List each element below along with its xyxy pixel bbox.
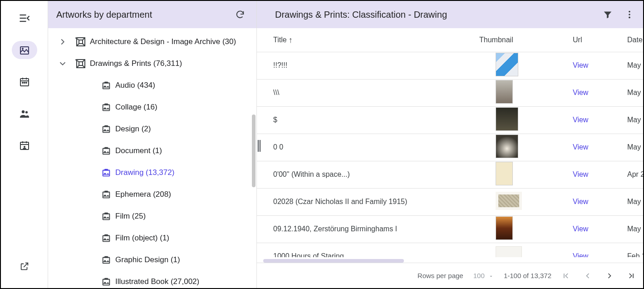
column-header-title[interactable]: Title↑ [257, 28, 479, 52]
date-contact-icon[interactable] [12, 136, 37, 154]
svg-rect-40 [103, 279, 110, 285]
main-header: Drawings & Prints: Classification - Draw… [257, 1, 643, 28]
table-row[interactable]: 02028 (Czar Nicholas II and Family 1915)… [257, 188, 643, 215]
view-link[interactable]: View [573, 143, 588, 151]
cell-title: 0 0 [257, 134, 479, 161]
tree-node[interactable]: Film (25) [48, 205, 256, 227]
tree-node-label: Drawings & Prints (76,311) [90, 59, 182, 68]
tree-node[interactable]: Document (1) [48, 140, 256, 162]
cell-date: May [611, 79, 643, 106]
cell-thumbnail [479, 188, 556, 215]
menu-collapse-icon[interactable] [12, 9, 37, 27]
people-icon[interactable] [12, 105, 37, 123]
calendar-icon[interactable] [12, 73, 37, 91]
table-row[interactable]: 0 0 View May [257, 134, 643, 161]
classification-icon [97, 277, 115, 287]
svg-point-4 [22, 48, 23, 49]
panel-resize-handle[interactable] [255, 136, 263, 155]
first-page-button[interactable] [561, 271, 570, 280]
data-table: Title↑ Thumbnail Url Date !!?!!! View Ma… [257, 28, 643, 257]
svg-rect-20 [79, 40, 83, 44]
tree-node[interactable]: Ephemera (208) [48, 184, 256, 205]
column-header-date[interactable]: Date [611, 28, 643, 52]
chevron-down-icon[interactable] [54, 59, 72, 69]
last-page-button[interactable] [627, 271, 636, 280]
table-row[interactable]: !!?!!! View May [257, 52, 643, 79]
tree-node[interactable]: Illustrated Book (27,002) [48, 271, 256, 288]
svg-point-45 [629, 17, 630, 19]
table-row[interactable]: \\\ View May [257, 79, 643, 106]
cell-title: $ [257, 106, 479, 134]
cell-url: View [556, 52, 611, 79]
open-external-icon[interactable] [12, 257, 37, 275]
tree-node[interactable]: Film (object) (1) [48, 227, 256, 249]
svg-point-44 [629, 14, 630, 15]
table-row[interactable]: 1000 Hours of Staring View Feb 1 [257, 243, 643, 257]
horizontal-scrollbar-thumb[interactable] [263, 259, 404, 263]
horizontal-scrollbar[interactable] [263, 259, 643, 263]
column-header-url[interactable]: Url [556, 28, 611, 52]
svg-rect-33 [103, 127, 110, 133]
svg-rect-38 [103, 236, 110, 242]
cell-thumbnail [479, 215, 556, 243]
view-link[interactable]: View [573, 252, 588, 257]
view-link[interactable]: View [573, 89, 588, 96]
tree-node[interactable]: Audio (434) [48, 75, 256, 96]
classification-icon [97, 102, 115, 112]
view-link[interactable]: View [573, 116, 588, 124]
tree-panel: Artworks by department Architecture & De… [48, 1, 257, 288]
refresh-button[interactable] [231, 5, 249, 24]
tree-node[interactable]: Drawings & Prints (76,311) [48, 53, 256, 75]
tree-node[interactable]: Graphic Design (1) [48, 249, 256, 271]
column-header-title-label: Title [273, 36, 287, 44]
table-row[interactable]: $ View May [257, 106, 643, 134]
tree-node[interactable]: Collage (16) [48, 96, 256, 118]
cell-thumbnail [479, 79, 556, 106]
svg-rect-35 [103, 170, 110, 176]
svg-rect-32 [103, 105, 110, 111]
next-page-button[interactable] [605, 271, 614, 280]
more-menu-button[interactable] [620, 5, 639, 24]
view-link[interactable]: View [573, 61, 588, 69]
tree-node[interactable]: Design (2) [48, 118, 256, 140]
rows-per-page-select[interactable]: 100 [473, 272, 494, 279]
table-row[interactable]: 0'00" (Within a space...) View Apr 2 [257, 161, 643, 188]
classification-icon [97, 80, 115, 90]
tree-title: Artworks by department [56, 10, 152, 20]
pagination-footer: Rows per page 100 1-100 of 13,372 [257, 263, 643, 288]
chevron-right-icon[interactable] [54, 37, 72, 47]
svg-point-18 [24, 146, 25, 148]
classification-icon [97, 168, 115, 178]
cell-url: View [556, 215, 611, 243]
filter-button[interactable] [599, 5, 617, 24]
view-link[interactable]: View [573, 170, 588, 178]
tree-node-label: Ephemera (208) [115, 190, 171, 199]
svg-rect-39 [103, 258, 110, 264]
thumbnail-image [496, 162, 513, 185]
cell-title: 02028 (Czar Nicholas II and Family 1915) [257, 188, 479, 215]
classification-icon [97, 189, 115, 199]
image-library-icon[interactable] [12, 41, 37, 59]
svg-point-13 [25, 111, 27, 113]
svg-point-9 [22, 82, 23, 83]
svg-rect-34 [103, 149, 110, 154]
department-icon [72, 36, 90, 47]
view-link[interactable]: View [573, 225, 588, 233]
thumbnail-image [496, 135, 518, 158]
table-row[interactable]: 09.12.1940, Zerstörung Birminghams I Vie… [257, 215, 643, 243]
tree-node[interactable]: Drawing (13,372) [48, 162, 256, 184]
cell-date: May [611, 188, 643, 215]
tree-node-label: Illustrated Book (27,002) [115, 277, 199, 286]
tree-header: Artworks by department [48, 1, 256, 28]
view-link[interactable]: View [573, 198, 588, 205]
tree-node[interactable]: Architecture & Design - Image Archive (3… [48, 31, 256, 53]
thumbnail-image [496, 107, 518, 131]
tree-node-label: Architecture & Design - Image Archive (3… [90, 37, 236, 46]
svg-point-12 [21, 110, 24, 113]
cell-title: 09.12.1940, Zerstörung Birminghams I [257, 215, 479, 243]
svg-point-10 [24, 82, 25, 83]
prev-page-button[interactable] [583, 271, 592, 280]
nav-rail [1, 1, 48, 288]
column-header-thumbnail[interactable]: Thumbnail [479, 28, 556, 52]
svg-point-11 [26, 82, 27, 83]
